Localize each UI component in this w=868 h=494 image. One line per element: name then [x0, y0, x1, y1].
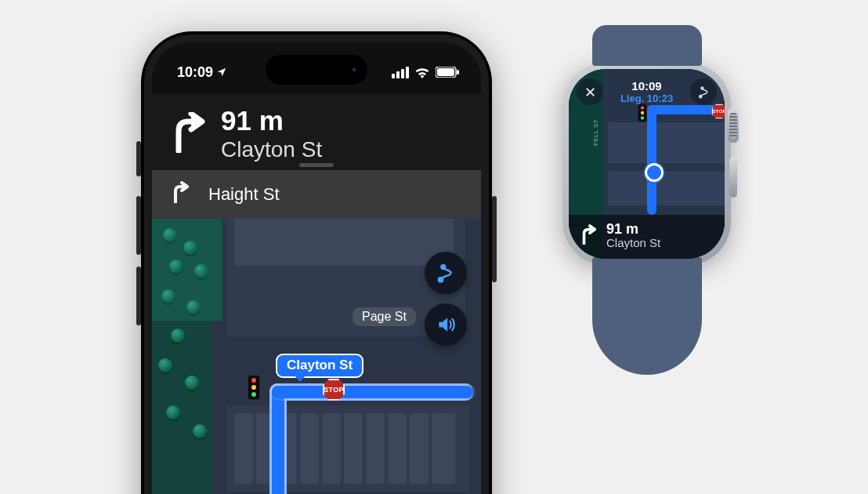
watch-direction-street: Clayton St — [606, 236, 660, 249]
tree-icon — [171, 329, 185, 343]
digital-crown — [728, 108, 739, 143]
tree-icon — [161, 289, 175, 303]
phone-screen: 10:09 — [152, 42, 481, 494]
turn-right-icon — [171, 181, 190, 208]
watch-screen: STOP PAGE ST FELL ST 10:09 Lleg. 10:23 — [569, 69, 725, 259]
tree-icon — [158, 358, 172, 372]
status-time: 10:09 — [177, 64, 213, 81]
street-label-page: PAGE ST — [716, 69, 723, 77]
eta-prefix: Lleg. — [620, 93, 644, 104]
dynamic-island — [266, 55, 367, 85]
tree-icon — [194, 264, 208, 278]
svg-point-5 — [699, 95, 701, 97]
watch-band — [592, 257, 702, 375]
route-overview-button[interactable] — [690, 78, 717, 105]
tree-icon — [169, 260, 183, 274]
tree-icon — [186, 300, 201, 314]
route-overview-button[interactable] — [425, 252, 467, 294]
current-location-dot — [645, 163, 664, 182]
tree-icon — [193, 424, 207, 438]
audio-guidance-button[interactable] — [425, 303, 467, 346]
wifi-icon — [414, 67, 430, 78]
stop-sign-icon: STOP — [323, 379, 345, 401]
sheet-grabber[interactable] — [299, 163, 334, 167]
street-label-fell: FELL ST — [592, 119, 599, 146]
direction-distance: 91 m — [221, 107, 322, 136]
battery-icon — [436, 67, 459, 78]
tree-icon — [163, 228, 177, 242]
phone-volume-up-button — [136, 196, 141, 255]
close-button[interactable] — [577, 78, 603, 105]
apple-watch-device: STOP PAGE ST FELL ST 10:09 Lleg. 10:23 — [562, 63, 731, 265]
next-direction-street: Haight St — [208, 184, 280, 205]
direction-street: Clayton St — [221, 137, 322, 162]
watch-time: 10:09 — [620, 79, 673, 93]
phone-map[interactable]: STOP Clayton St Page St — [152, 219, 481, 494]
phone-power-button — [492, 196, 497, 282]
watch-direction-distance: 91 m — [606, 222, 660, 236]
next-direction-row[interactable]: Haight St — [152, 170, 481, 219]
svg-rect-2 — [457, 70, 459, 74]
cross-street-label: Page St — [353, 307, 416, 326]
watch-direction-banner[interactable]: 91 m Clayton St — [569, 215, 725, 259]
direction-banner[interactable]: 91 m Clayton St — [152, 94, 481, 170]
cellular-signal-icon — [392, 67, 409, 78]
iphone-device: 10:09 — [141, 31, 492, 494]
watch-band — [592, 25, 702, 66]
tree-icon — [185, 376, 199, 390]
svg-point-3 — [439, 278, 443, 282]
phone-volume-down-button — [136, 267, 141, 325]
watch-status: 10:09 Lleg. 10:23 — [620, 79, 673, 104]
traffic-light-icon — [248, 375, 260, 400]
turn-right-icon — [171, 112, 205, 156]
eta-time: 10:23 — [647, 93, 673, 104]
svg-rect-1 — [437, 68, 454, 76]
phone-side-button — [136, 141, 141, 176]
watch-side-button — [729, 157, 737, 198]
tree-icon — [166, 405, 180, 420]
svg-point-4 — [441, 265, 445, 269]
route-street-label: Clayton St — [276, 354, 363, 378]
location-services-icon — [216, 67, 227, 78]
turn-right-icon — [580, 224, 597, 248]
svg-point-6 — [700, 87, 703, 89]
tree-icon — [183, 241, 197, 255]
